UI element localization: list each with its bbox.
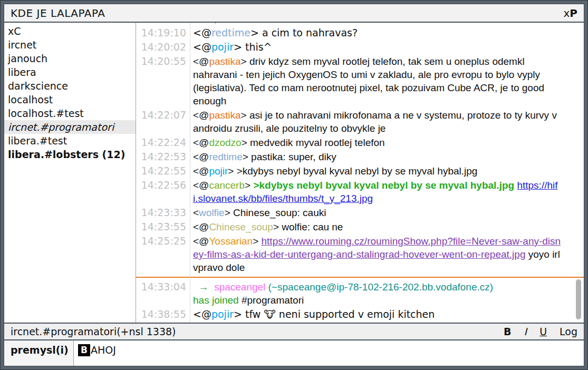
message-segment: <@ [193,180,209,191]
timestamp: 14:22:53 [136,150,190,163]
message-segment: <@ [193,56,209,67]
channel-info: ircnet.#programatori(+nsl 1338) [11,326,491,337]
sidebar-item-darkscience[interactable]: darkscience [4,79,136,93]
sidebar-item-localhost-test[interactable]: localhost.#test [4,106,136,120]
message-segment: (~spaceange@ip-78-102-216-202.bb.vodafon… [268,281,494,293]
input-bar: premysl(i) BAHOJ [4,339,584,366]
message-text: <@dzodzo> medvedik myval rootlej telefon [190,136,584,149]
timestamp: 14:33:04 [136,280,190,307]
timestamp: 14:22:07 [136,109,190,135]
message-segment: > >kdybys nebyl byval kyval nebyl by se … [228,165,477,177]
message-segment: <@ [193,27,211,38]
message-text: <@pastika> driv kdyz sem myval rootlej t… [190,55,584,108]
message-row: 14:33:04 → spaceangel (~spaceange@ip-78-… [136,280,584,307]
message-text: <@pojir> this^ [190,41,584,54]
message-segment: >kdybys nebyl byval kyval nebyl by se my… [253,180,514,191]
window-content: KDE JE LALAPAPA x P xCircnetjanouchliber… [4,4,584,366]
chat-area: vadi, tak at mi nevola14:19:10<@redtime>… [136,23,584,323]
nick[interactable]: pojir [211,41,234,53]
format-button-i[interactable]: I [524,326,527,337]
message-list: vadi, tak at mi nevola14:19:10<@redtime>… [136,23,584,323]
sidebar-item-ircnet[interactable]: ircnet [4,38,136,52]
nick[interactable]: Chinese_soup [209,221,273,232]
nick[interactable]: wolfie [199,207,225,218]
message-text: <@cancerb> >kdybys nebyl byval kyval neb… [190,179,584,205]
message-segment: > [253,236,261,247]
timestamp: 14:22:55 [136,164,190,178]
message-text: → spaceangel (~spaceange@ip-78-102-216-2… [190,280,584,307]
message-segment: <@ [193,110,209,121]
message-segment: → [193,281,214,293]
message-text: vadi, tak at mi nevola [190,23,584,25]
message-text: <@Yossarian> https://www.rouming.cz/roum… [190,235,584,274]
nick[interactable]: pojir [209,165,228,177]
sidebar-item-libera-lobsters-12-[interactable]: libera.#lobsters (12) [4,148,136,161]
format-buttons: BIULog [491,326,577,337]
irc-window: KDE JE LALAPAPA x P xCircnetjanouchliber… [0,0,588,370]
timestamp [136,23,190,25]
message-input[interactable]: BAHOJ [74,340,584,366]
message-segment: > this^ [234,41,272,53]
nick-label: premysl(i) [4,340,74,366]
nick[interactable]: pastika [209,110,240,121]
nick[interactable]: pastika [209,56,240,67]
window-control-x[interactable]: x [563,7,570,20]
message-row: vadi, tak at mi nevola [136,23,584,25]
message-segment: <@ [193,41,211,53]
window-title: KDE JE LALAPAPA [11,7,563,20]
message-row: 14:22:07<@pastika> asi je to nahravani m… [136,109,584,135]
timestamp-divider [190,23,190,323]
message-segment: > a cim to nahravas? [250,27,358,38]
message-text: <@pojir> tfw 🐮 neni supported v emoji ki… [190,308,584,321]
message-segment: vadi, tak at mi nevola [193,23,302,24]
format-button-u[interactable]: U [539,326,547,337]
message-segment: > medvedik myval rootlej telefon [242,137,385,148]
window-control-p[interactable]: P [570,7,577,20]
message-row: 14:22:24<@dzodzo> medvedik myval rootlej… [136,136,584,149]
timestamp: 14:19:10 [136,26,190,40]
nick[interactable]: pojir [211,308,234,320]
scrollbar-thumb[interactable] [576,279,581,319]
nick[interactable]: Yossarian [209,236,253,247]
message-row: 14:25:25<@Yossarian> https://www.rouming… [136,235,584,274]
timestamp: 14:22:24 [136,136,190,149]
nick[interactable]: dzodzo [209,137,241,148]
bold-control-char: B [78,344,90,356]
message-segment: <@ [193,137,209,148]
message-segment: > Chinese_soup: cauki [225,207,326,218]
format-button-b[interactable]: B [504,326,511,337]
timestamp: 14:38:55 [136,308,190,321]
nick[interactable]: cancerb [209,180,245,191]
status-bar: ircnet.#programatori(+nsl 1338) BIULog [4,323,584,339]
message-row: 14:38:55<@pojir> tfw 🐮 neni supported v … [136,308,584,321]
message-row: 14:22:55<@pojir> >kdybys nebyl byval kyv… [136,164,584,178]
message-segment: > driv kdyz sem myval rootlej telefon, t… [193,56,544,106]
message-segment: #programatori [239,295,304,306]
message-segment: > wolfie: cau ne [273,221,343,232]
sidebar-item-ircnet-programatori[interactable]: ircnet.#programatori [4,120,136,134]
timestamp: 14:20:55 [136,55,190,108]
message-row: 14:23:55<@Chinese_soup> wolfie: cau ne [136,220,584,233]
timestamp: 14:22:56 [136,179,190,205]
message-row: 14:20:02<@pojir> this^ [136,41,584,54]
message-segment: > tfw 🐮 neni supported v emoji kitchen [234,308,435,320]
message-row: 14:22:53<@redtime> pastika: super, diky [136,150,584,163]
message-segment: <@ [193,151,209,162]
nick[interactable]: redtime [209,151,242,162]
message-segment: > asi je to nahravani mikrofonama a ne v… [193,110,557,134]
message-text: <@redtime> a cim to nahravas? [190,26,584,40]
sidebar-item-janouch[interactable]: janouch [4,52,136,65]
message-segment: <@ [193,236,209,247]
message-segment: < [193,207,199,218]
nick[interactable]: spaceangel [214,281,265,293]
message-text: <@redtime> pastika: super, diky [190,150,584,163]
sidebar-item-libera-test[interactable]: libera.#test [4,134,136,148]
sidebar-item-xc[interactable]: xC [4,24,136,38]
title-bar: KDE JE LALAPAPA x P [4,4,584,23]
sidebar-item-localhost[interactable]: localhost [4,93,136,106]
message-text: <wolfie> Chinese_soup: cauki [190,206,584,219]
format-button-log[interactable]: Log [560,326,577,337]
sidebar-item-libera[interactable]: libera [4,65,136,79]
nick[interactable]: redtime [211,27,250,38]
message-text: <@Chinese_soup> wolfie: cau ne [190,220,584,233]
